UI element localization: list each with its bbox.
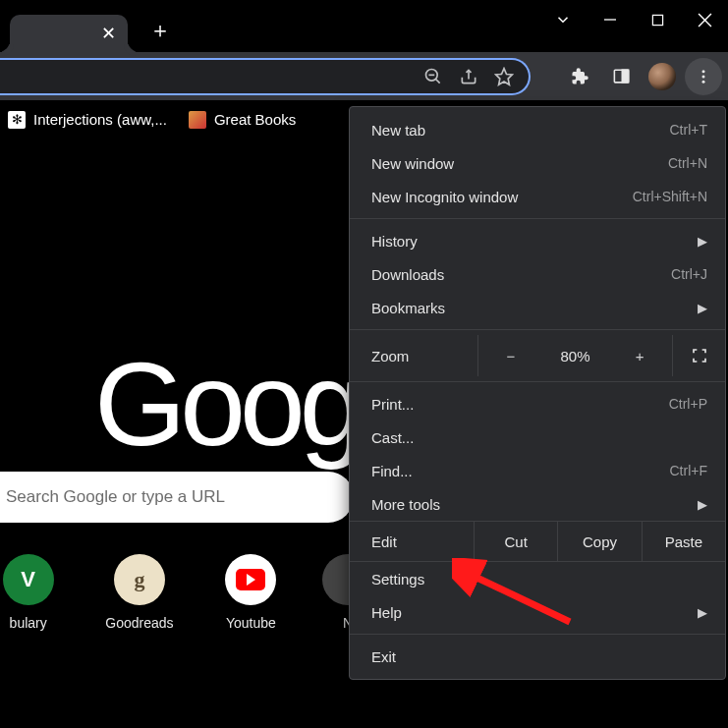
shortcut-icon bbox=[225, 554, 276, 605]
svg-rect-10 bbox=[622, 70, 628, 83]
menu-separator bbox=[350, 218, 725, 219]
shortcut-text: Ctrl+N bbox=[668, 155, 707, 171]
zoom-value: 80% bbox=[543, 335, 608, 376]
cut-button[interactable]: Cut bbox=[474, 522, 557, 561]
menu-item-history[interactable]: History ▶ bbox=[350, 224, 725, 257]
menu-item-bookmarks[interactable]: Bookmarks ▶ bbox=[350, 291, 725, 324]
menu-item-more-tools[interactable]: More tools ▶ bbox=[350, 487, 725, 521]
maximize-button[interactable] bbox=[634, 0, 681, 39]
shortcut-tile[interactable]: g Goodreads bbox=[105, 554, 173, 631]
menu-item-new-window[interactable]: New window Ctrl+N bbox=[350, 146, 725, 180]
zoom-in-button[interactable]: + bbox=[607, 335, 672, 376]
avatar bbox=[648, 63, 676, 90]
shortcut-tile[interactable]: Youtube bbox=[217, 554, 285, 631]
bookmark-label: Interjections (aww,... bbox=[33, 111, 167, 128]
window-controls bbox=[539, 0, 728, 39]
shortcut-text: Ctrl+T bbox=[670, 122, 708, 138]
profile-button[interactable] bbox=[644, 58, 681, 95]
menu-label: Edit bbox=[350, 533, 474, 550]
star-icon[interactable] bbox=[493, 66, 515, 87]
menu-label: Print... bbox=[371, 396, 414, 413]
menu-item-print[interactable]: Print... Ctrl+P bbox=[350, 387, 725, 420]
side-panel-button[interactable] bbox=[602, 58, 640, 95]
shortcut-icon: V bbox=[3, 554, 54, 605]
menu-separator bbox=[350, 634, 725, 635]
menu-label: Help bbox=[371, 604, 402, 621]
menu-item-incognito[interactable]: New Incognito window Ctrl+Shift+N bbox=[350, 180, 725, 213]
copy-button[interactable]: Copy bbox=[557, 522, 641, 561]
shortcut-label: Youtube bbox=[226, 615, 276, 631]
shortcut-text: Ctrl+J bbox=[671, 266, 707, 282]
bookmark-favicon: ✻ bbox=[8, 111, 26, 129]
menu-item-edit: Edit Cut Copy Paste bbox=[350, 521, 725, 562]
svg-point-12 bbox=[702, 75, 705, 78]
zoom-out-button[interactable]: − bbox=[478, 335, 543, 376]
bookmark-favicon bbox=[189, 111, 206, 129]
search-input[interactable]: Search Google or type a URL bbox=[0, 472, 354, 523]
shortcut-text: Ctrl+Shift+N bbox=[633, 189, 707, 204]
menu-item-downloads[interactable]: Downloads Ctrl+J bbox=[350, 257, 725, 291]
google-logo: Goog bbox=[94, 336, 360, 472]
menu-label: Find... bbox=[371, 463, 413, 479]
svg-marker-8 bbox=[496, 68, 513, 84]
shortcut-text: Ctrl+F bbox=[670, 463, 708, 478]
svg-line-6 bbox=[436, 79, 440, 83]
search-placeholder: Search Google or type a URL bbox=[6, 487, 225, 507]
menu-label: Downloads bbox=[371, 266, 444, 283]
menu-item-exit[interactable]: Exit bbox=[350, 640, 725, 673]
chevron-right-icon: ▶ bbox=[698, 301, 707, 315]
close-icon[interactable]: ✕ bbox=[101, 25, 116, 42]
menu-separator bbox=[350, 381, 725, 382]
menu-item-help[interactable]: Help ▶ bbox=[350, 595, 725, 629]
omnibox[interactable] bbox=[0, 58, 531, 95]
menu-label: New tab bbox=[371, 122, 425, 139]
menu-label: Zoom bbox=[350, 348, 477, 364]
svg-point-11 bbox=[702, 70, 705, 73]
chrome-menu-button[interactable] bbox=[685, 58, 722, 95]
bookmark-item[interactable]: Great Books bbox=[189, 111, 296, 129]
menu-item-cast[interactable]: Cast... bbox=[350, 420, 725, 454]
paste-button[interactable]: Paste bbox=[642, 522, 725, 561]
extensions-button[interactable] bbox=[561, 58, 598, 95]
menu-item-settings[interactable]: Settings bbox=[350, 562, 725, 595]
fullscreen-button[interactable] bbox=[672, 335, 725, 376]
menu-label: New window bbox=[371, 155, 454, 172]
menu-label: Exit bbox=[371, 648, 396, 665]
shortcut-label: Goodreads bbox=[105, 615, 173, 631]
bookmark-item[interactable]: ✻ Interjections (aww,... bbox=[8, 111, 167, 129]
menu-label: New Incognito window bbox=[371, 189, 518, 205]
menu-label: Bookmarks bbox=[371, 300, 445, 316]
svg-point-13 bbox=[702, 80, 705, 83]
tab-strip: ✕ ＋ bbox=[0, 0, 171, 52]
menu-item-new-tab[interactable]: New tab Ctrl+T bbox=[350, 113, 725, 146]
menu-label: More tools bbox=[371, 496, 440, 513]
shortcut-label: bulary bbox=[10, 615, 47, 631]
chevron-right-icon: ▶ bbox=[698, 234, 707, 249]
svg-rect-1 bbox=[652, 15, 662, 25]
minimize-button[interactable] bbox=[587, 0, 634, 39]
menu-item-zoom: Zoom − 80% + bbox=[350, 335, 725, 376]
shortcut-icon: g bbox=[114, 554, 165, 605]
chevron-right-icon: ▶ bbox=[698, 605, 707, 620]
menu-item-find[interactable]: Find... Ctrl+F bbox=[350, 454, 725, 487]
close-window-button[interactable] bbox=[681, 0, 728, 39]
shortcut-text: Ctrl+P bbox=[669, 396, 707, 412]
shortcut-tile[interactable]: V bulary bbox=[0, 554, 62, 631]
menu-label: Settings bbox=[371, 571, 424, 588]
zoom-out-icon[interactable] bbox=[422, 66, 444, 87]
toolbar bbox=[0, 52, 728, 100]
menu-label: History bbox=[371, 233, 418, 250]
active-tab[interactable]: ✕ bbox=[10, 15, 128, 52]
menu-separator bbox=[350, 329, 725, 330]
titlebar: ✕ ＋ bbox=[0, 0, 728, 52]
chrome-menu: New tab Ctrl+T New window Ctrl+N New Inc… bbox=[349, 106, 726, 680]
new-tab-button[interactable]: ＋ bbox=[149, 20, 171, 41]
shortcuts-row: V bulary g Goodreads Youtube N bbox=[0, 554, 367, 631]
share-icon[interactable] bbox=[458, 66, 479, 87]
tab-search-button[interactable] bbox=[539, 0, 587, 39]
bookmark-label: Great Books bbox=[214, 111, 296, 128]
chevron-right-icon: ▶ bbox=[698, 497, 707, 512]
menu-label: Cast... bbox=[371, 429, 414, 446]
